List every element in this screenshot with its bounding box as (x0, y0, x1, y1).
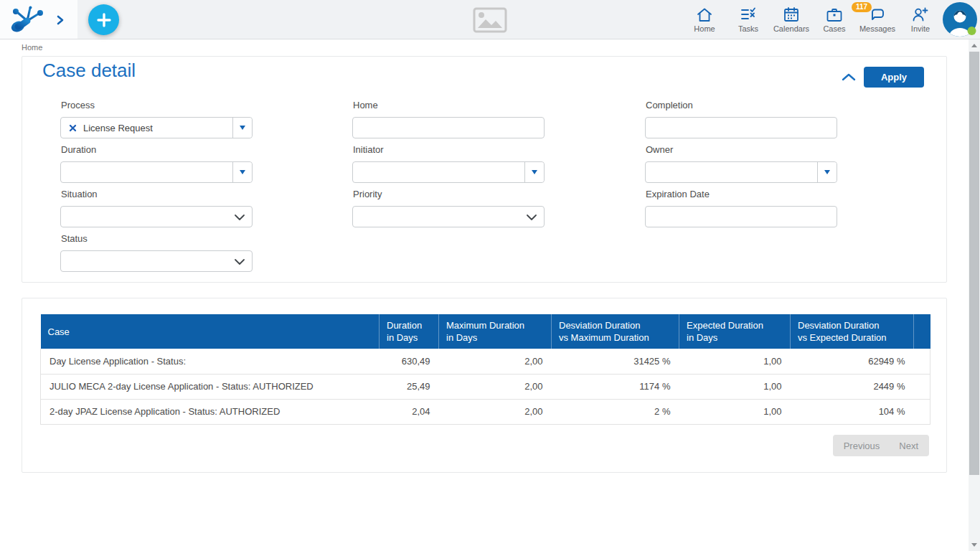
completion-input[interactable] (645, 117, 837, 138)
tasks-icon (727, 4, 770, 23)
page-title: Case detail (42, 60, 136, 82)
nav-home[interactable]: Home (683, 4, 726, 33)
home-field-label: Home (353, 100, 378, 110)
apply-button[interactable]: Apply (864, 67, 924, 88)
initiator-combobox[interactable] (352, 161, 545, 183)
invite-person-plus-icon (899, 4, 942, 23)
calendar-icon (770, 4, 813, 23)
duration-label: Duration (61, 144, 96, 155)
collapse-filters-button[interactable] (840, 70, 857, 85)
expiration-date-input[interactable] (645, 206, 837, 227)
status-label: Status (61, 233, 88, 244)
nav-tasks[interactable]: Tasks (727, 4, 770, 33)
col-case: Case (41, 314, 380, 349)
priority-select[interactable] (352, 206, 545, 227)
col-expected-duration: Expected Durationin Days (679, 314, 791, 349)
situation-select[interactable] (60, 206, 253, 227)
briefcase-icon (813, 4, 856, 23)
table-row[interactable]: JULIO MECA 2-day License Application - S… (41, 374, 930, 399)
scroll-up-arrow-icon[interactable] (971, 44, 977, 47)
nav-calendars-label: Calendars (770, 24, 813, 33)
menu-expand-chevron-icon[interactable] (56, 14, 65, 29)
home-input[interactable] (352, 117, 545, 138)
cases-table-card: Case Durationin Days Maximum Durationin … (22, 298, 947, 473)
user-avatar[interactable] (943, 2, 977, 37)
app-logo-icon[interactable] (9, 4, 44, 37)
chevron-down-icon (235, 215, 245, 220)
process-label: Process (61, 100, 95, 110)
col-actions (914, 314, 930, 349)
owner-label: Owner (646, 144, 673, 155)
situation-label: Situation (61, 189, 98, 199)
plus-icon (97, 13, 111, 27)
col-duration: Durationin Days (380, 314, 439, 349)
add-button[interactable] (88, 4, 119, 35)
home-icon (683, 4, 726, 23)
duration-input[interactable] (61, 162, 233, 182)
case-name-cell[interactable]: 2-day JPAZ License Application - Status:… (41, 399, 380, 424)
owner-combobox[interactable] (645, 161, 837, 183)
caret-down-icon (240, 170, 245, 174)
caret-down-icon (532, 170, 537, 174)
next-button[interactable]: Next (899, 441, 918, 451)
nav-invite-label: Invite (899, 24, 942, 33)
table-row[interactable]: 2-day JPAZ License Application - Status:… (41, 399, 930, 424)
logo-box (0, 0, 77, 39)
col-desviation-vs-max: Desviation Durationvs Maximum Duration (552, 314, 679, 349)
case-detail-filter-card: Case detail Apply Process License Reques… (22, 56, 947, 283)
case-name-cell[interactable]: JULIO MECA 2-day License Application - S… (41, 374, 380, 399)
scrollbar-thumb[interactable] (969, 52, 979, 475)
remove-chip-x-icon[interactable] (69, 124, 77, 132)
vertical-scrollbar[interactable] (969, 39, 980, 551)
col-max-duration: Maximum Durationin Days (439, 314, 552, 349)
nav-home-label: Home (683, 24, 726, 33)
status-select[interactable] (60, 250, 253, 272)
top-bar: Home Tasks Calendars Cases 117 Messages … (0, 0, 980, 39)
nav-messages[interactable]: 117 Messages (856, 4, 899, 33)
initiator-dropdown-button[interactable] (524, 162, 544, 182)
duration-combobox[interactable] (60, 161, 253, 183)
messages-count-badge: 117 (852, 2, 872, 12)
process-selected-chip[interactable]: License Request (61, 118, 153, 138)
chevron-down-icon (235, 259, 245, 265)
nav-tasks-label: Tasks (727, 24, 770, 33)
chevron-up-icon (842, 73, 856, 81)
caret-down-icon (240, 126, 245, 130)
breadcrumb[interactable]: Home (22, 43, 42, 52)
owner-dropdown-button[interactable] (817, 162, 837, 182)
pagination: Previous Next (833, 435, 929, 456)
nav-invite[interactable]: Invite (899, 4, 942, 33)
online-status-dot (968, 27, 976, 35)
case-name-cell[interactable]: Day License Application - Status: (41, 349, 380, 374)
initiator-label: Initiator (353, 144, 384, 155)
owner-input[interactable] (646, 162, 818, 182)
completion-label: Completion (646, 100, 693, 110)
process-combobox[interactable]: License Request (60, 117, 253, 138)
process-selected-value: License Request (83, 123, 153, 133)
priority-label: Priority (353, 189, 382, 199)
table-header-row: Case Durationin Days Maximum Durationin … (41, 314, 930, 349)
scroll-down-arrow-icon[interactable] (971, 543, 977, 547)
chevron-down-icon (527, 215, 537, 220)
nav-calendars[interactable]: Calendars (770, 4, 813, 33)
initiator-input[interactable] (353, 162, 525, 182)
cases-table: Case Durationin Days Maximum Durationin … (40, 314, 930, 425)
expiration-date-label: Expiration Date (646, 189, 710, 199)
previous-button[interactable]: Previous (844, 441, 880, 451)
process-dropdown-button[interactable] (232, 118, 252, 138)
nav-messages-label: Messages (856, 24, 899, 33)
col-desviation-vs-expected: Desviation Durationvs Expected Duration (791, 314, 914, 349)
broken-image-placeholder-icon (473, 7, 507, 36)
nav-cases-label: Cases (813, 24, 856, 33)
duration-dropdown-button[interactable] (232, 162, 252, 182)
table-row[interactable]: Day License Application - Status: 630,49… (41, 349, 930, 374)
caret-down-icon (824, 170, 830, 174)
nav-cases[interactable]: Cases (813, 4, 856, 33)
